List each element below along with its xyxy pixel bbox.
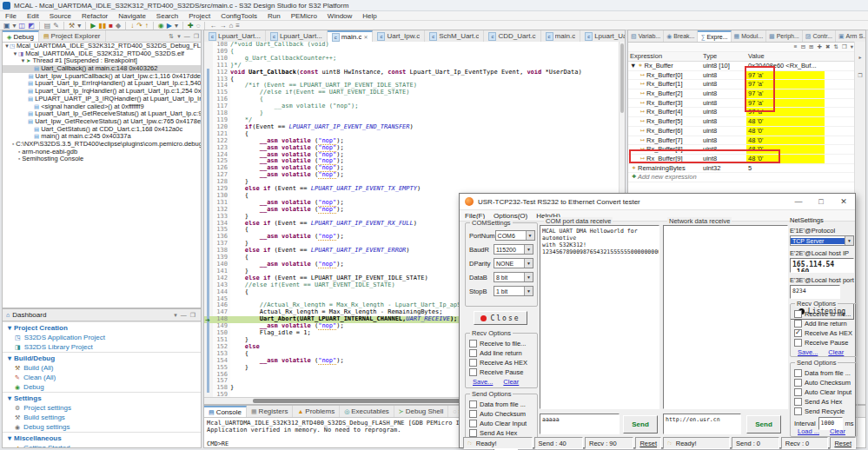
com-recv-link-save[interactable]: Save...	[473, 378, 493, 386]
code-line[interactable]: 128 }	[204, 179, 625, 186]
code-line[interactable]: 111}*/	[204, 63, 625, 69]
expression-row[interactable]: ↦Rx_Buffer[7]uint848 '0'	[628, 136, 865, 146]
console-tab-debug-shell[interactable]: ≻Debug Shell	[394, 406, 448, 417]
checkbox[interactable]	[469, 429, 477, 437]
expression-row[interactable]: ↦Rx_Buffer[1]uint897 'a'	[628, 80, 865, 89]
protocol-select[interactable]: TCP Server ▼	[790, 235, 854, 246]
tree-twisty-icon[interactable]: ▼	[12, 50, 18, 58]
stack-frame-row[interactable]: ▤<signal handler called>() at 0xfffffff9	[3, 103, 201, 111]
expand-all-icon[interactable]: ⊞	[809, 43, 813, 51]
com-send-check-auto-checksum[interactable]: Auto Checksum	[469, 410, 526, 418]
step-into-icon[interactable]: ↓	[130, 22, 134, 30]
panel-expand-icon[interactable]: ▸	[855, 54, 865, 60]
stack-frame-row[interactable]: ▤Lpuart_Uart_Ip_GetReceiveStatus() at Lp…	[3, 110, 201, 118]
dashboard-item-debug[interactable]: ◉Debug	[3, 382, 201, 392]
collapse-all-icon[interactable]: ⊟	[801, 43, 805, 51]
column-header-expression[interactable]: Expression	[628, 52, 701, 61]
debug-minimize-icon[interactable]: —	[182, 33, 192, 39]
code-line[interactable]: 124 __asm volatile ("nop");	[204, 152, 625, 159]
code-line[interactable]: 126 __asm volatile ("nop");	[204, 165, 625, 172]
code-line[interactable]: 121 {	[204, 131, 625, 138]
stack-frame-row[interactable]: ▼◨Mcal_UARTDMA_IDLE_S32K312_RTD400_S32DS…	[3, 50, 201, 58]
usr-maximize-icon[interactable]: □	[810, 197, 832, 206]
checkbox[interactable]	[469, 340, 477, 347]
com-send-input[interactable]: aaaaa	[540, 414, 620, 434]
editor-tab-lpuart-uart-[interactable]: cLpuart_Uart...	[266, 30, 328, 42]
resume-icon[interactable]: ▶	[90, 22, 96, 30]
com-send-check-data-from-file-[interactable]: Data from file ...	[469, 400, 526, 408]
debug-icon[interactable]: ◉	[158, 22, 164, 30]
protocol-dropdown-icon[interactable]: ▼	[845, 236, 853, 245]
dashboard-maximize-icon[interactable]: ❐	[189, 312, 197, 318]
com-recv-link-clear[interactable]: Clear	[503, 378, 519, 386]
code-line[interactable]: 109{	[204, 49, 625, 56]
menu-file[interactable]: File	[0, 12, 22, 20]
net-recv-link-save[interactable]: Save...	[798, 348, 818, 356]
com-send-check-send-as-hex[interactable]: Send As Hex	[469, 429, 517, 437]
expression-row[interactable]: ↦Rx_Buffer[4]uint897 'a'	[628, 108, 865, 117]
code-line[interactable]: 122 __asm volatile ("nop");	[204, 138, 625, 145]
com-field-select[interactable]: 8 bit▼	[494, 272, 533, 282]
back-icon[interactable]: ←	[209, 22, 216, 30]
remove-icon[interactable]: ✖	[825, 43, 830, 51]
checkbox[interactable]	[469, 400, 477, 408]
net-status-reset-button[interactable]: Reset	[830, 437, 856, 449]
net-send-link-clear[interactable]: Clear	[830, 427, 845, 435]
stack-frame-row[interactable]: ▤Uart_GetStatus() at CDD_Uart.c:1,168 0x…	[3, 126, 201, 134]
last-edit-icon[interactable]: ≡	[235, 22, 240, 30]
com-recv-check-receive-to-file-[interactable]: Receive to file...	[469, 340, 526, 347]
dropdown-arrow-icon[interactable]: ▼	[524, 259, 533, 268]
view-tab-periph-[interactable]: ▩Periph...	[766, 30, 803, 42]
dropdown-arrow-icon[interactable]: ▼	[524, 273, 533, 281]
stack-frame-row[interactable]: ▤Lpuart_Uart_Ip_IrqHandler() at Lpuart_U…	[3, 88, 201, 96]
code-line[interactable]: 117 __asm volatile ("nop");	[204, 103, 625, 110]
dropdown-arrow-icon[interactable]: ▼	[524, 245, 533, 254]
stack-frame-row[interactable]: ▤Uart_Callback() at main.c:148 0x403262	[3, 65, 201, 73]
code-line[interactable]: 120 if(Event == LPUART_UART_IP_EVENT_END…	[204, 124, 625, 131]
print-icon[interactable]: ▤	[44, 22, 51, 30]
stack-frame-row[interactable]: ▤Uart_Ipw_LpuartCallback() at Uart_Ipw.c…	[3, 73, 201, 81]
com-recv-check-add-line-return[interactable]: Add line return	[469, 349, 522, 357]
new-dropdown-icon[interactable]: ▾	[13, 22, 17, 30]
dashboard-item-s32ds-application-project[interactable]: ◳S32DS Application Project	[3, 333, 201, 342]
net-recv-link-clear[interactable]: Clear	[828, 348, 844, 356]
line-marker-gutter[interactable]	[204, 56, 213, 63]
tree-twisty-icon[interactable]: ▼	[20, 57, 26, 65]
menu-navigate[interactable]: Navigate	[113, 12, 151, 20]
debug-connect-icon[interactable]: ⇅	[167, 33, 176, 40]
net-send-link-load[interactable]: Load ...	[798, 427, 819, 435]
stack-frame-row[interactable]: ▤Lpuart_Uart_Ip_ErrIrqHandler() at Lpuar…	[3, 80, 201, 88]
save-all-icon[interactable]: ◩	[28, 22, 35, 30]
build-icon[interactable]: ⚒	[69, 22, 75, 30]
checkbox[interactable]	[469, 410, 477, 418]
checkbox[interactable]	[469, 359, 477, 367]
debug-maximize-icon[interactable]: ❐	[192, 33, 201, 40]
code-line[interactable]: 119 */	[204, 117, 625, 124]
dashboard-section-project-creation[interactable]: ▾Project Creation	[3, 321, 201, 333]
pin-icon[interactable]: ❐	[842, 43, 847, 51]
com-close-button[interactable]: Close	[474, 311, 527, 325]
editor-tab-main-c[interactable]: cmain.c✕	[328, 30, 374, 42]
console-tab-problems[interactable]: ▲Problems	[293, 406, 340, 417]
editor-tab-cdd-uart-c[interactable]: cCDD_Uart.c	[484, 30, 540, 42]
dashboard-section-build-debug[interactable]: ▾Build/Debug	[3, 352, 201, 363]
debug-view-menu-icon[interactable]: ▾	[176, 33, 182, 40]
checkbox[interactable]	[794, 388, 802, 396]
menu-configtools[interactable]: ConfigTools	[215, 12, 262, 20]
usr-titlebar[interactable]: USR-TCP232-Test RS232 to Ethernet Conver…	[460, 194, 855, 210]
view-tab-break-[interactable]: ◉Break...	[664, 30, 698, 42]
com-send-check-auto-clear-input[interactable]: Auto Clear Input	[469, 420, 527, 427]
dashboard-item-build-settings[interactable]: ⚒Build settings	[3, 413, 201, 422]
dashboard-item-debug-settings[interactable]: ◉Debug settings	[3, 422, 201, 432]
expression-row[interactable]: ↦Rx_Buffer[3]uint897 'a'	[628, 99, 865, 109]
net-send-button[interactable]: Send	[746, 415, 781, 433]
section-collapse-icon[interactable]: ▾	[8, 394, 11, 402]
new-wizard-icon[interactable]: ✚	[188, 22, 194, 30]
code-line[interactable]: 129 else if (Event == LPUART_UART_IP_EVE…	[204, 186, 625, 193]
show-columns-icon[interactable]: ≡	[794, 43, 798, 51]
edit-icon[interactable]: ✎	[53, 22, 59, 30]
view-tab-project-explorer[interactable]: ▤Project Explorer	[39, 30, 106, 42]
com-field-select[interactable]: COM6▼	[495, 230, 535, 241]
local-port-input[interactable]: 8234	[790, 285, 840, 299]
section-collapse-icon[interactable]: ▾	[8, 434, 11, 442]
